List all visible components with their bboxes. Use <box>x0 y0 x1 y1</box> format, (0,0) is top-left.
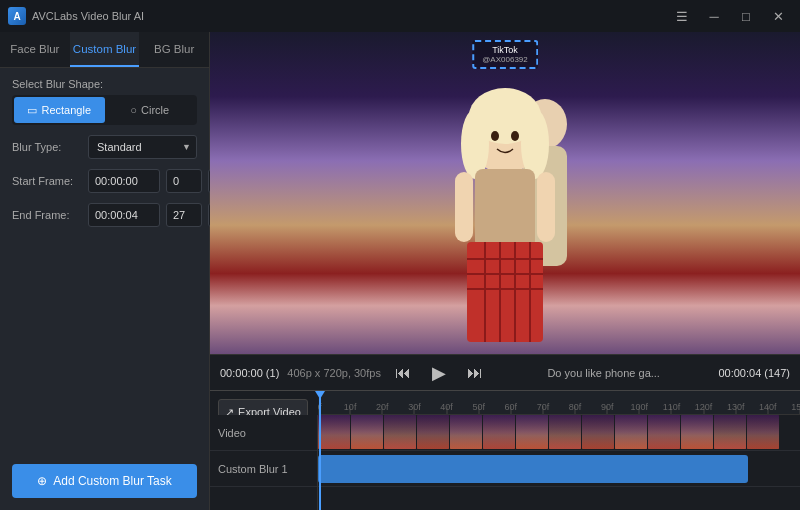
title-bar-left: A AVCLabs Video Blur AI <box>8 7 144 25</box>
video-thumbnail <box>714 415 746 449</box>
close-button[interactable]: ✕ <box>764 5 792 27</box>
video-thumbnail <box>450 415 482 449</box>
custom-blur-track-row <box>318 451 800 487</box>
end-frame-row: End Frame: ⇕ <box>12 203 197 227</box>
playhead[interactable] <box>319 391 321 510</box>
timeline: ↗ Export Video Video Custom Blur 1 0f10f… <box>210 390 800 510</box>
controls: Select Blur Shape: ▭ Rectangle ○ Circle … <box>0 68 209 464</box>
duration-display: 00:00:04 (147) <box>718 367 790 379</box>
tab-custom-blur[interactable]: Custom Blur <box>70 32 140 67</box>
video-thumbnail <box>549 415 581 449</box>
rectangle-icon: ▭ <box>27 104 37 117</box>
shape-buttons: ▭ Rectangle ○ Circle <box>12 95 197 125</box>
video-thumbnails <box>318 415 779 451</box>
video-thumbnail <box>516 415 548 449</box>
skip-forward-button[interactable]: ⏭ <box>461 359 489 387</box>
video-track-content <box>318 415 800 450</box>
svg-point-4 <box>461 109 489 179</box>
svg-rect-7 <box>467 242 543 342</box>
preview-image: TikTok @AX006392 <box>210 32 800 354</box>
tiktok-overlay-box: TikTok @AX006392 <box>472 40 538 69</box>
main-layout: Face Blur Custom Blur BG Blur Select Blu… <box>0 32 800 510</box>
plus-icon: ⊕ <box>37 474 47 488</box>
left-panel: Face Blur Custom Blur BG Blur Select Blu… <box>0 32 210 510</box>
video-preview: TikTok @AX006392 <box>210 32 800 354</box>
video-title-display: Do you like phone ga... <box>497 367 711 379</box>
current-time-display: 00:00:00 (1) <box>220 367 279 379</box>
custom-blur-track-content <box>318 451 800 486</box>
video-thumbnail <box>351 415 383 449</box>
svg-point-18 <box>511 131 519 141</box>
track-labels: Video Custom Blur 1 <box>210 415 318 510</box>
track-label-custom-blur: Custom Blur 1 <box>210 451 317 487</box>
app-icon: A <box>8 7 26 25</box>
video-thumbnail <box>318 415 350 449</box>
person-svg <box>395 64 615 354</box>
start-frame-num-input[interactable] <box>166 169 202 193</box>
title-bar-controls[interactable]: ☰ ─ □ ✕ <box>668 5 792 27</box>
blur-type-dropdown[interactable]: StandardPixelateFrosted ▼ <box>88 135 197 159</box>
play-button[interactable]: ▶ <box>425 359 453 387</box>
blur-type-row: Blur Type: StandardPixelateFrosted ▼ <box>12 135 197 159</box>
start-frame-time-input[interactable] <box>88 169 160 193</box>
menu-button[interactable]: ☰ <box>668 5 696 27</box>
start-frame-row: Start Frame: ⇕ <box>12 169 197 193</box>
blur-type-label: Blur Type: <box>12 141 82 153</box>
svg-point-5 <box>521 109 549 179</box>
svg-rect-15 <box>455 172 473 242</box>
tab-face-blur[interactable]: Face Blur <box>0 32 70 67</box>
blur-shape-label: Select Blur Shape: <box>12 78 197 90</box>
svg-rect-6 <box>475 169 535 249</box>
skip-back-button[interactable]: ⏮ <box>389 359 417 387</box>
maximize-button[interactable]: □ <box>732 5 760 27</box>
video-thumbnail <box>417 415 449 449</box>
tab-bg-blur[interactable]: BG Blur <box>139 32 209 67</box>
circle-icon: ○ <box>130 104 137 116</box>
track-label-video: Video <box>210 415 317 451</box>
end-frame-label: End Frame: <box>12 209 82 221</box>
add-custom-blur-task-button[interactable]: ⊕ Add Custom Blur Task <box>12 464 197 498</box>
title-bar: A AVCLabs Video Blur AI ☰ ─ □ ✕ <box>0 0 800 32</box>
video-thumbnail <box>483 415 515 449</box>
circle-button[interactable]: ○ Circle <box>105 97 196 123</box>
timeline-content[interactable]: 0f10f20f30f40f50f60f70f80f90f100f110f120… <box>318 391 800 510</box>
custom-blur-segment[interactable] <box>318 455 748 483</box>
timeline-ruler: 0f10f20f30f40f50f60f70f80f90f100f110f120… <box>318 391 800 415</box>
blur-shape-section: Select Blur Shape: ▭ Rectangle ○ Circle <box>12 78 197 125</box>
end-frame-num-input[interactable] <box>166 203 202 227</box>
blur-type-select[interactable]: StandardPixelateFrosted <box>88 135 197 159</box>
minimize-button[interactable]: ─ <box>700 5 728 27</box>
timeline-tracks <box>318 415 800 510</box>
playback-bar: 00:00:00 (1) 406p x 720p, 30fps ⏮ ▶ ⏭ Do… <box>210 354 800 390</box>
svg-rect-16 <box>537 172 555 242</box>
tabs: Face Blur Custom Blur BG Blur <box>0 32 209 68</box>
video-thumbnail <box>648 415 680 449</box>
rectangle-button[interactable]: ▭ Rectangle <box>14 97 105 123</box>
playback-controls: ⏮ ▶ ⏭ <box>389 359 489 387</box>
video-thumbnail <box>384 415 416 449</box>
right-panel: TikTok @AX006392 00:00:00 (1) 406p x 720… <box>210 32 800 510</box>
video-thumbnail <box>582 415 614 449</box>
end-frame-time-input[interactable] <box>88 203 160 227</box>
video-thumbnail <box>747 415 779 449</box>
title-text: AVCLabs Video Blur AI <box>32 10 144 22</box>
tiktok-platform-text: TikTok <box>482 45 528 55</box>
video-info-display: 406p x 720p, 30fps <box>287 367 381 379</box>
svg-point-17 <box>491 131 499 141</box>
tiktok-handle-text: @AX006392 <box>482 55 528 64</box>
start-frame-label: Start Frame: <box>12 175 82 187</box>
video-thumbnail <box>615 415 647 449</box>
video-thumbnail <box>681 415 713 449</box>
video-track-row <box>318 415 800 451</box>
